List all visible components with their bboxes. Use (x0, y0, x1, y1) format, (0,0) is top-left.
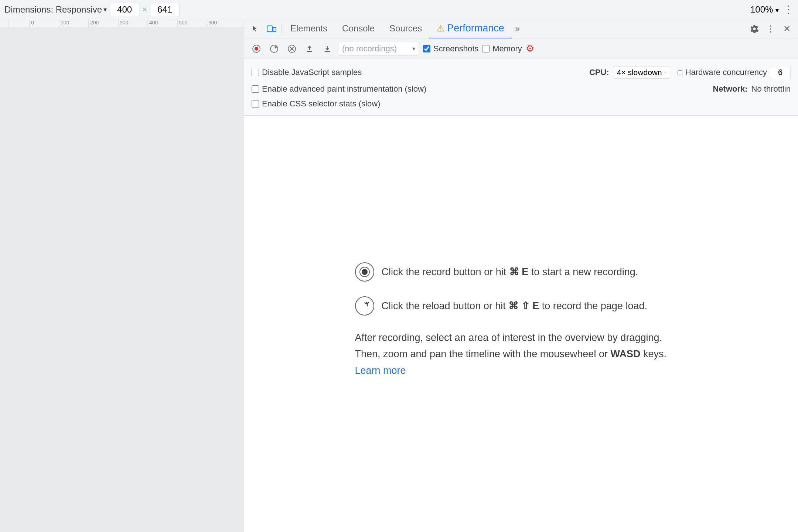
instruction-block: Click the record button or hit ⌘ E to st… (355, 262, 688, 386)
instruction-after-recording: After recording, select an area of inter… (355, 330, 688, 378)
tab-sources[interactable]: Sources (382, 19, 429, 38)
svg-point-25 (255, 47, 258, 51)
size-separator: × (142, 5, 147, 14)
device-toggle-button[interactable] (263, 21, 280, 37)
record-button[interactable] (249, 42, 263, 56)
zoom-arrow: ▾ (775, 7, 779, 14)
memory-checkbox[interactable] (482, 45, 490, 52)
reload-record-button[interactable] (267, 42, 281, 56)
cursor-icon-button[interactable] (247, 21, 263, 37)
stop-button[interactable] (285, 42, 299, 56)
devtools-close-button[interactable]: ✕ (779, 21, 795, 37)
svg-text:500: 500 (179, 20, 188, 25)
screenshots-checkbox[interactable] (423, 45, 430, 52)
record-button-icon (355, 262, 374, 282)
hw-concurrency-label[interactable]: Hardware concurrency (678, 66, 791, 79)
dropdown-arrow: ▾ (412, 45, 415, 52)
upload-profile-button[interactable] (303, 42, 317, 56)
dimensions-dropdown-icon[interactable]: ▾ (103, 6, 107, 14)
disable-js-checkbox-label[interactable]: Disable JavaScript samples (252, 68, 362, 77)
devtools-more-button[interactable]: ⋮ (763, 21, 779, 37)
zoom-control[interactable]: 100% ▾ (750, 4, 779, 15)
tab-divider (281, 24, 282, 34)
more-tabs-button[interactable]: » (512, 24, 524, 34)
dimensions-text: Dimensions: Responsive (4, 4, 102, 15)
hw-concurrency-checkbox[interactable] (678, 70, 682, 75)
cpu-dropdown-dots: · (664, 69, 666, 76)
height-input[interactable] (150, 3, 180, 16)
advanced-paint-checkbox-label[interactable]: Enable advanced paint instrumentation (s… (252, 84, 426, 94)
tab-performance[interactable]: ⚠ Performance (429, 19, 512, 38)
settings-row-2: Enable advanced paint instrumentation (s… (252, 84, 791, 94)
performance-toolbar: (no recordings) ▾ Screenshots Memory ⚙ (244, 38, 798, 59)
instruction-text-reload: Click the reload button or hit ⌘ ⇧ E to … (382, 299, 647, 314)
css-selector-checkbox-label[interactable]: Enable CSS selector stats (slow) (252, 99, 380, 109)
svg-text:600: 600 (208, 20, 217, 25)
svg-text:0: 0 (31, 20, 34, 25)
hw-concurrency-input[interactable] (770, 66, 791, 79)
instruction-text-line2: Then, zoom and pan the timeline with the… (355, 347, 666, 362)
css-selector-checkbox[interactable] (252, 100, 259, 108)
performance-settings-panel: Disable JavaScript samples CPU: 4× slowd… (244, 59, 798, 116)
top-toolbar: Dimensions: Responsive ▾ × 100% ▾ ⋮ (0, 0, 798, 19)
instruction-reload: Click the reload button or hit ⌘ ⇧ E to … (355, 296, 688, 316)
cpu-control: CPU: 4× slowdown · (589, 66, 670, 79)
settings-button[interactable] (746, 21, 763, 37)
warning-icon: ⚠ (437, 23, 445, 34)
svg-rect-23 (273, 27, 276, 32)
toolbar-more-button[interactable]: ⋮ (783, 3, 794, 16)
svg-rect-22 (267, 26, 272, 32)
cpu-dropdown[interactable]: 4× slowdown · (613, 66, 670, 79)
width-input[interactable] (110, 3, 139, 16)
dimensions-label: Dimensions: Responsive ▾ (4, 4, 107, 15)
settings-row-3: Enable CSS selector stats (slow) (252, 99, 791, 109)
advanced-paint-checkbox[interactable] (252, 85, 259, 93)
reload-button-icon (355, 296, 374, 316)
instruction-text-line1: After recording, select an area of inter… (355, 330, 662, 345)
instruction-text-record: Click the record button or hit ⌘ E to st… (382, 265, 638, 280)
instruction-record: Click the record button or hit ⌘ E to st… (355, 262, 688, 282)
svg-text:400: 400 (149, 20, 158, 25)
devtools-tab-bar: Elements Console Sources ⚠ Performance »… (244, 19, 798, 38)
svg-text:200: 200 (90, 20, 99, 25)
learn-more-link[interactable]: Learn more (355, 363, 406, 378)
main-area: 0 100 200 300 400 500 600 0 100 20 (0, 19, 798, 532)
ruler-horizontal: 0 100 200 300 400 500 600 (0, 19, 244, 27)
recordings-dropdown[interactable]: (no recordings) ▾ (338, 42, 419, 56)
settings-row-1: Disable JavaScript samples CPU: 4× slowd… (252, 66, 791, 79)
tab-elements[interactable]: Elements (283, 19, 335, 38)
tab-console[interactable]: Console (335, 19, 382, 38)
svg-text:100: 100 (61, 20, 69, 25)
download-profile-button[interactable] (320, 42, 334, 56)
screenshots-checkbox-label[interactable]: Screenshots (423, 44, 478, 54)
disable-js-checkbox[interactable] (252, 69, 259, 76)
svg-text:300: 300 (120, 20, 129, 25)
performance-main-content: Click the record button or hit ⌘ E to st… (244, 116, 798, 532)
network-control: Network: No throttlin (713, 84, 791, 94)
browser-preview: 0 100 200 300 400 500 600 0 100 20 (0, 19, 244, 532)
devtools-panel: Elements Console Sources ⚠ Performance »… (244, 19, 798, 532)
capture-settings-button[interactable]: ⚙ (526, 43, 534, 54)
memory-checkbox-label[interactable]: Memory (482, 44, 522, 54)
